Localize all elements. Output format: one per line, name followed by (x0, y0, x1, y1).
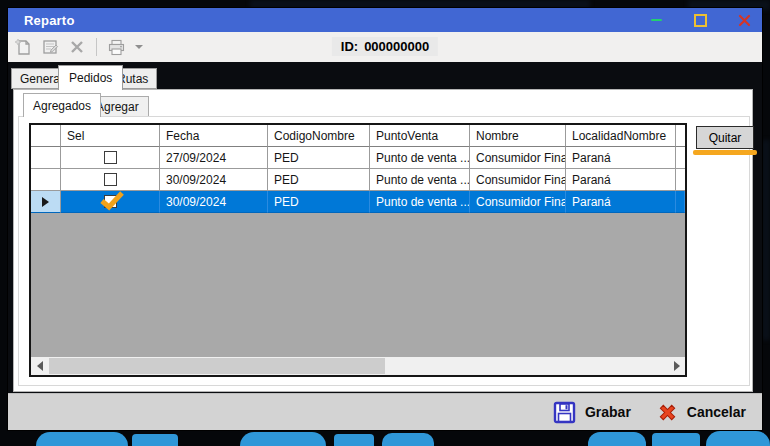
grid-empty-area[interactable] (31, 213, 685, 357)
maximize-button[interactable] (692, 12, 708, 28)
toolbar-icons (13, 37, 143, 57)
localidad-cell[interactable]: Paraná (566, 191, 676, 213)
minimize-icon (651, 19, 662, 21)
quitar-button[interactable]: Quitar (696, 126, 754, 149)
partial-cell[interactable] (676, 169, 685, 191)
table-row-selected[interactable]: 30/09/2024 PED Punto de venta ... Consum… (31, 191, 685, 213)
new-document-icon (14, 38, 32, 56)
scroll-right-button[interactable] (668, 357, 685, 375)
wallpaper-shape (706, 431, 770, 446)
row-header-cell[interactable] (31, 147, 61, 169)
print-button[interactable] (106, 37, 126, 57)
tab-pedidos[interactable]: Pedidos (58, 65, 123, 90)
wallpaper-shape (334, 434, 374, 446)
column-header-localidadnombre[interactable]: LocalidadNombre (566, 125, 676, 147)
column-header-puntoventa[interactable]: PuntoVenta (370, 125, 470, 147)
wallpaper-streak (762, 140, 770, 340)
delete-button[interactable] (67, 37, 87, 57)
cancel-x-icon (657, 402, 678, 423)
scroll-left-icon (37, 361, 43, 371)
edit-document-icon (41, 38, 59, 56)
wallpaper-shape (588, 432, 646, 446)
nombre-cell[interactable]: Consumidor Final (470, 191, 566, 213)
checkbox-checked[interactable] (104, 195, 117, 208)
checkbox-unchecked[interactable] (104, 173, 117, 186)
tab-agregar-label: Agregar (96, 100, 139, 114)
id-chip: ID: 000000000 (332, 37, 438, 56)
window-title: Reparto (24, 13, 75, 28)
title-bar[interactable]: Reparto (8, 8, 762, 32)
horizontal-scrollbar[interactable] (31, 357, 685, 375)
row-header-cell-current[interactable] (31, 191, 61, 213)
fecha-cell[interactable]: 30/09/2024 (160, 169, 268, 191)
tabpage-agregados: Sel Fecha CodigoNombre PuntoVenta Nombre… (18, 116, 750, 386)
tab-agregados[interactable]: Agregados (23, 93, 101, 117)
grabar-button[interactable]: Grabar (553, 401, 631, 424)
codigo-cell[interactable]: PED (268, 191, 370, 213)
close-button[interactable] (736, 12, 752, 28)
id-value: 000000000 (364, 39, 429, 54)
print-dropdown-button[interactable] (133, 37, 143, 57)
save-floppy-icon (553, 401, 576, 424)
codigo-cell[interactable]: PED (268, 169, 370, 191)
localidad-cell[interactable]: Paraná (566, 147, 676, 169)
puntoventa-cell[interactable]: Punto de venta ... (370, 191, 470, 213)
new-document-button[interactable] (13, 37, 33, 57)
quitar-highlight-bar (693, 150, 757, 155)
reparto-window: Reparto (8, 8, 762, 430)
scrollbar-thumb[interactable] (49, 358, 385, 374)
orange-check-icon (98, 191, 124, 212)
partial-cell[interactable] (676, 191, 685, 213)
sel-cell[interactable] (61, 147, 160, 169)
localidad-cell[interactable]: Paraná (566, 169, 676, 191)
fecha-cell[interactable]: 27/09/2024 (160, 147, 268, 169)
tabpage-pedidos: Agregados Agregar Sel Fecha CodigoNombre… (13, 89, 753, 392)
cancelar-label: Cancelar (687, 404, 746, 420)
column-header-sel[interactable]: Sel (61, 125, 160, 147)
print-icon (107, 38, 126, 57)
cancelar-button[interactable]: Cancelar (657, 402, 746, 423)
nombre-cell[interactable]: Consumidor Final (470, 169, 566, 191)
delete-icon (68, 38, 86, 56)
sel-cell[interactable] (61, 191, 160, 213)
partial-cell[interactable] (676, 147, 685, 169)
close-icon (738, 14, 751, 27)
wallpaper-shape (240, 432, 326, 446)
scroll-left-button[interactable] (31, 357, 48, 375)
edit-document-button[interactable] (40, 37, 60, 57)
current-row-arrow-icon (42, 197, 49, 207)
puntoventa-cell[interactable]: Punto de venta ... (370, 169, 470, 191)
bottom-bar: Grabar Cancelar (8, 393, 762, 430)
column-header-fecha[interactable]: Fecha (160, 125, 268, 147)
table-row[interactable]: 27/09/2024 PED Punto de venta ... Consum… (31, 147, 685, 169)
nombre-cell[interactable]: Consumidor Final (470, 147, 566, 169)
wallpaper-shape (132, 434, 178, 446)
column-header-partial[interactable] (676, 125, 685, 147)
puntoventa-cell[interactable]: Punto de venta ... (370, 147, 470, 169)
checkbox-unchecked[interactable] (104, 151, 117, 164)
codigo-cell[interactable]: PED (268, 147, 370, 169)
maximize-icon (694, 14, 707, 27)
tab-agregados-label: Agregados (33, 99, 91, 113)
table-row[interactable]: 30/09/2024 PED Punto de venta ... Consum… (31, 169, 685, 191)
id-label: ID: (341, 39, 358, 54)
column-header-codigonombre[interactable]: CodigoNombre (268, 125, 370, 147)
chevron-down-icon (135, 45, 143, 49)
grabar-label: Grabar (585, 404, 631, 420)
wallpaper-streak (250, 0, 590, 8)
wallpaper-shape (382, 433, 434, 446)
wallpaper-shape (652, 433, 700, 446)
grid-corner-cell[interactable] (31, 125, 61, 147)
main-toolbar: ID: 000000000 (8, 32, 762, 62)
minimize-button[interactable] (648, 12, 664, 28)
column-header-nombre[interactable]: Nombre (470, 125, 566, 147)
pedidos-grid[interactable]: Sel Fecha CodigoNombre PuntoVenta Nombre… (29, 123, 687, 377)
tab-general-label: General (20, 72, 63, 86)
toolbar-separator (96, 38, 97, 56)
row-header-cell[interactable] (31, 169, 61, 191)
fecha-cell[interactable]: 30/09/2024 (160, 191, 268, 213)
grid-header-row: Sel Fecha CodigoNombre PuntoVenta Nombre… (31, 125, 685, 147)
sel-cell[interactable] (61, 169, 160, 191)
tab-pedidos-label: Pedidos (69, 71, 112, 85)
scroll-right-icon (674, 361, 680, 371)
